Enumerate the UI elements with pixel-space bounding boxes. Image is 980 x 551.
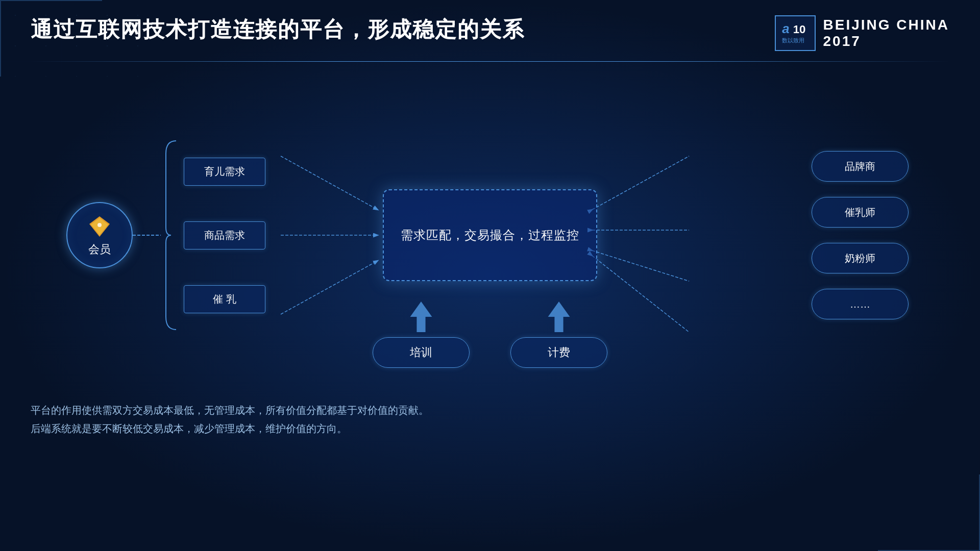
svg-marker-32 [548, 302, 570, 332]
logo-area: a 10 数以致用 BEIJING CHINA 2017 [775, 15, 949, 51]
logo-text-area: BEIJING CHINA 2017 [823, 17, 949, 49]
up-arrow-icon-1 [546, 302, 572, 332]
svg-line-21 [281, 156, 378, 210]
header: 通过互联网技术打造连接的平台，形成稳定的关系 a 10 数以致用 BEIJING… [31, 15, 949, 51]
logo-icon: a 10 数以致用 [775, 15, 816, 51]
page-title: 通过互联网技术打造连接的平台，形成稳定的关系 [31, 15, 525, 44]
right-oval-1: 催乳师 [812, 197, 909, 228]
right-nodes: 品牌商 催乳师 奶粉师 …… [812, 151, 909, 319]
member-label: 会员 [88, 242, 111, 257]
main-container: 通过互联网技术打造连接的平台，形成稳定的关系 a 10 数以致用 BEIJING… [0, 0, 980, 551]
up-arrow-icon-0 [408, 302, 434, 332]
svg-text:a: a [782, 21, 789, 36]
header-divider [31, 61, 949, 62]
bottom-node-group-1: 计费 [510, 302, 607, 368]
svg-line-24 [592, 156, 689, 210]
right-oval-3: …… [812, 289, 909, 319]
member-diamond-icon [87, 214, 112, 239]
right-oval-0: 品牌商 [812, 151, 909, 182]
footer-line-2: 后端系统就是要不断较低交易成本，减少管理成本，维护价值的方向。 [31, 419, 949, 438]
left-bracket-icon [163, 138, 179, 332]
svg-line-23 [281, 261, 378, 314]
bottom-node-group-0: 培训 [373, 302, 470, 368]
needs-area: 育儿需求 商品需求 催 乳 [163, 138, 265, 332]
svg-line-26 [592, 251, 689, 281]
need-box-1: 商品需求 [184, 221, 265, 249]
bottom-oval-0: 培训 [373, 337, 470, 368]
svg-marker-31 [410, 302, 432, 332]
footer-text: 平台的作用使供需双方交易成本最低，无管理成本，所有价值分配都基于对价值的贡献。 … [31, 401, 949, 438]
svg-text:数以致用: 数以致用 [782, 37, 804, 43]
need-box-2: 催 乳 [184, 285, 265, 313]
member-circle: 会员 [66, 202, 133, 268]
logo-year: 2017 [823, 33, 949, 49]
logo-beijing-china: BEIJING CHINA [823, 17, 949, 33]
need-box-0: 育儿需求 [184, 158, 265, 186]
needs-list: 育儿需求 商品需求 催 乳 [184, 158, 265, 313]
bottom-nodes: 培训 计费 [373, 302, 607, 368]
svg-point-30 [97, 223, 102, 227]
member-node: 会员 [66, 202, 133, 268]
right-oval-2: 奶粉师 [812, 243, 909, 273]
center-box: 需求匹配，交易撮合，过程监控 [383, 189, 597, 281]
logo-svg: a 10 数以致用 [780, 20, 811, 46]
svg-text:10: 10 [793, 23, 805, 36]
bottom-oval-1: 计费 [510, 337, 607, 368]
main-diagram: 会员 育儿需求 商品需求 催 乳 需求匹配，交易撮合，过程监控 品牌商 催乳师 … [31, 77, 949, 393]
center-text: 需求匹配，交易撮合，过程监控 [401, 227, 579, 243]
footer-line-1: 平台的作用使供需双方交易成本最低，无管理成本，所有价值分配都基于对价值的贡献。 [31, 401, 949, 419]
